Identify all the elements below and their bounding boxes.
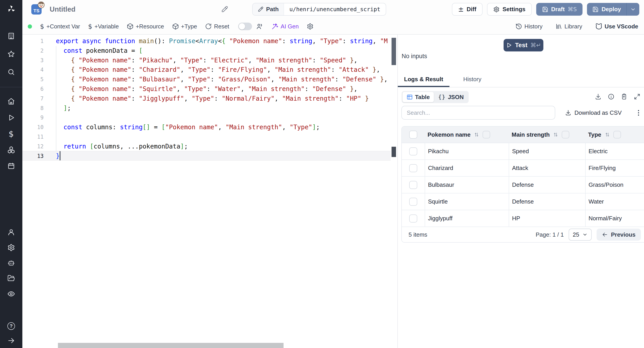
help-icon[interactable]: ?: [0, 321, 22, 331]
workspace-building-icon[interactable]: [0, 31, 22, 41]
dollar-icon: $: [88, 22, 92, 30]
sort-icon[interactable]: [474, 132, 480, 138]
use-vscode-button[interactable]: Use VScode: [595, 23, 638, 30]
add-context-var-button[interactable]: $ +Context Var: [40, 22, 80, 30]
settings-button[interactable]: Settings: [487, 3, 532, 16]
library-button[interactable]: Library: [556, 23, 582, 30]
row-checkbox[interactable]: [409, 148, 417, 156]
dollar-icon: $: [40, 22, 44, 30]
copy-result-icon[interactable]: [621, 93, 628, 100]
tab-logs-result[interactable]: Logs & Result: [398, 74, 450, 87]
sort-icon[interactable]: [604, 132, 610, 138]
column-toggle[interactable]: [562, 131, 569, 138]
diff-button[interactable]: ± Diff: [452, 3, 482, 16]
tab-history[interactable]: History: [457, 74, 488, 87]
gear-icon: [493, 6, 500, 12]
reset-rotate-icon: [205, 23, 212, 30]
windmill-logo[interactable]: [0, 4, 22, 14]
reset-button[interactable]: Reset: [205, 23, 229, 30]
path-value[interactable]: u/henri/unencumbered_script: [284, 3, 386, 15]
script-title: Untitled: [50, 5, 75, 14]
folders-icon[interactable]: [0, 273, 22, 283]
table-header-row: Pokemon name Main strength Type: [402, 126, 644, 143]
code-editor[interactable]: 12345678910111213 export async function …: [22, 35, 397, 348]
deploy-dropdown-button[interactable]: [626, 3, 639, 16]
play-icon: [506, 42, 512, 48]
cat-icon: [595, 23, 602, 30]
run-result-panel: Test ⌘↵ No inputs Logs & Result History …: [398, 35, 644, 348]
sidebar-divider: [0, 87, 22, 87]
settings-gear-icon[interactable]: [0, 243, 22, 252]
row-checkbox[interactable]: [409, 164, 417, 172]
download-result-icon[interactable]: [595, 93, 602, 100]
expand-icon[interactable]: [634, 93, 640, 100]
view-json-option[interactable]: {} JSON: [434, 92, 468, 102]
text-cursor: [60, 151, 60, 160]
resources-boxes-icon[interactable]: [0, 145, 22, 155]
history-button[interactable]: History: [516, 23, 542, 30]
more-options-kebab-icon[interactable]: [636, 109, 640, 117]
column-header-pokemon-name: Pokemon name: [428, 131, 470, 138]
items-count: 5 items: [408, 231, 427, 238]
add-resource-button[interactable]: +Resource: [127, 23, 164, 30]
column-toggle[interactable]: [613, 131, 621, 138]
code-lines[interactable]: export async function main(): Promise<Ar…: [56, 36, 390, 161]
info-icon[interactable]: [608, 93, 614, 100]
variables-dollar-icon[interactable]: $: [0, 129, 22, 139]
pencil-icon: [258, 6, 264, 12]
search-icon[interactable]: [0, 67, 22, 77]
table-footer: 5 items Page: 1 / 1 25 Previous: [402, 227, 644, 242]
test-shortcut: ⌘↵: [530, 42, 541, 48]
download-icon: [565, 110, 571, 116]
editor-settings-gear-icon[interactable]: [307, 23, 314, 30]
home-icon[interactable]: [0, 96, 22, 106]
user-icon[interactable]: [0, 227, 22, 237]
table-icon: [406, 94, 413, 100]
favorites-star-icon[interactable]: [0, 49, 22, 59]
previous-page-button[interactable]: Previous: [596, 228, 641, 241]
add-variable-button[interactable]: $ +Variable: [88, 22, 119, 30]
chevron-down-icon: [582, 232, 588, 237]
column-header-main-strength: Main strength: [512, 131, 550, 138]
table-row: Jigglypuff HP Normal/Fairy: [402, 210, 644, 227]
history-clock-icon: [516, 23, 522, 30]
path-field[interactable]: Path u/henri/unencumbered_script: [252, 3, 386, 16]
select-all-checkbox[interactable]: [409, 130, 417, 139]
top-bar: TS Untitled Path u/henri/unencumbered_sc…: [22, 0, 644, 18]
workers-robot-icon[interactable]: [0, 258, 22, 268]
page-info: Page: 1 / 1: [536, 231, 564, 238]
deploy-button[interactable]: Deploy: [587, 3, 626, 16]
test-button[interactable]: Test ⌘↵: [504, 39, 544, 52]
schedules-calendar-icon[interactable]: [0, 161, 22, 171]
add-type-button[interactable]: +Type: [172, 23, 197, 30]
table-row: Bulbasaur Defense Grass/Poison: [402, 177, 644, 194]
sort-icon[interactable]: [553, 132, 558, 138]
save-icon: [592, 6, 598, 12]
editor-vertical-scrollbar[interactable]: [392, 38, 396, 65]
draft-button[interactable]: Draft ⌘S: [536, 3, 583, 16]
view-table-option[interactable]: Table: [402, 92, 434, 102]
multiplayer-users-icon[interactable]: [256, 23, 263, 30]
row-checkbox[interactable]: [409, 214, 417, 222]
download-csv-button[interactable]: Download as CSV: [565, 109, 622, 116]
ai-gen-button[interactable]: AI Gen: [271, 23, 299, 30]
package-icon: [172, 23, 179, 30]
diff-icon: ±: [458, 6, 464, 13]
row-checkbox[interactable]: [409, 198, 417, 206]
runs-play-icon[interactable]: [0, 113, 22, 122]
audit-eye-icon[interactable]: [0, 289, 22, 299]
table-row: Pikachu Speed Electric: [402, 143, 644, 160]
emoji-avatar-icon: [38, 1, 45, 8]
search-input[interactable]: [402, 106, 555, 120]
collab-toggle[interactable]: [238, 22, 252, 30]
expand-sidebar-arrow-icon[interactable]: [0, 336, 22, 346]
row-checkbox[interactable]: [409, 181, 417, 189]
column-header-type: Type: [588, 131, 601, 138]
page-size-select[interactable]: 25: [569, 228, 592, 241]
status-dot: [28, 24, 32, 29]
editor-horizontal-scrollbar[interactable]: [58, 343, 284, 348]
column-toggle[interactable]: [482, 131, 490, 138]
braces-icon: {}: [438, 94, 446, 100]
path-label: Path: [253, 3, 284, 15]
edit-summary-pencil-icon[interactable]: [221, 6, 228, 13]
